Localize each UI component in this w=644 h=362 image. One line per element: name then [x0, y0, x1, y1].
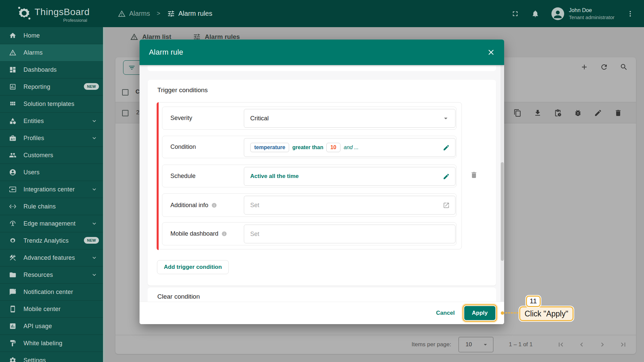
breadcrumb-alarms[interactable]: Alarms: [118, 10, 150, 18]
new-badge: NEW: [84, 237, 99, 244]
account-circle-icon: [9, 169, 16, 176]
arrow-drop-down-icon: [442, 114, 450, 122]
annotation-tooltip: Click "Apply": [519, 306, 574, 321]
condition-field[interactable]: temperature greater than 10 and ...: [244, 138, 455, 157]
condition-label: Condition: [170, 143, 196, 150]
chevron-down-icon[interactable]: [91, 135, 98, 141]
trigger-condition-group: Severity Critical Condition temperature …: [157, 102, 462, 249]
dialog-footer: Cancel Apply: [140, 302, 504, 324]
condition-value-chip: 10: [326, 143, 340, 152]
info-icon: [211, 202, 217, 208]
add-trigger-condition-button[interactable]: Add trigger condition: [157, 260, 229, 274]
mobile-dashboard-label: Mobile dashboard: [170, 230, 227, 237]
chevron-down-icon[interactable]: [91, 186, 98, 193]
sidebar-scrollbar[interactable]: [103, 27, 105, 362]
open-in-new-icon[interactable]: [443, 202, 450, 209]
dialog-scrollbar-thumb[interactable]: [501, 162, 504, 261]
trendz-gear-icon: [9, 237, 16, 244]
sidebar-item-customers[interactable]: Customers: [0, 147, 103, 164]
breadcrumb: Alarms > Alarm rules: [118, 10, 212, 18]
sidebar-item-settings[interactable]: Settings: [0, 352, 103, 362]
format-paint-icon: [9, 340, 16, 347]
settings-gear-icon: [9, 357, 16, 362]
sidebar-item-rule-chains[interactable]: Rule chains: [0, 198, 103, 215]
sidebar-item-profiles[interactable]: Profiles: [0, 130, 103, 147]
delete-condition-trash-icon[interactable]: [470, 171, 478, 179]
more-vert-icon[interactable]: [627, 10, 634, 17]
edit-pencil-icon[interactable]: [443, 144, 450, 151]
condition-row: Condition temperature greater than 10 an…: [162, 136, 457, 158]
sidebar-item-resources[interactable]: Resources: [0, 266, 103, 284]
chevron-down-icon[interactable]: [91, 220, 98, 227]
info-icon: [221, 231, 227, 237]
breadcrumb-alarm-rules[interactable]: Alarm rules: [167, 10, 212, 18]
apply-button[interactable]: Apply: [464, 306, 495, 320]
sidebar-item-integrations-center[interactable]: Integrations center: [0, 181, 103, 198]
dialog-title: Alarm rule: [149, 48, 183, 57]
sidebar-item-api-usage[interactable]: API usage: [0, 318, 103, 335]
dialog-body: Trigger conditions Severity Critical Con…: [140, 65, 504, 302]
thingsboard-app: ThingsBoard Professional Alarms > Alarm …: [0, 0, 644, 362]
breadcrumb-separator: >: [157, 10, 160, 17]
trigger-conditions-card: Trigger conditions Severity Critical Con…: [148, 80, 496, 286]
brand-name: ThingsBoard: [35, 7, 90, 17]
input-icon: [9, 186, 16, 193]
topbar-actions: John Doe Tenant administrator: [511, 7, 634, 20]
user-avatar[interactable]: [551, 7, 564, 20]
brand-edition: Professional: [35, 18, 87, 23]
condition-more: and ...: [344, 144, 359, 150]
new-badge: NEW: [84, 83, 99, 90]
schedule-label: Schedule: [170, 173, 196, 180]
brand-logo[interactable]: ThingsBoard Professional: [0, 0, 103, 27]
sidebar-item-solution-templates[interactable]: Solution templates: [0, 96, 103, 113]
chat-unread-icon: [9, 288, 16, 296]
dashboard-icon: [9, 66, 16, 73]
warning-icon: [118, 10, 126, 18]
fullscreen-icon[interactable]: [511, 10, 519, 18]
dialog-scrollbar[interactable]: [500, 65, 504, 302]
smartphone-icon: [9, 305, 16, 313]
sidebar-item-mobile-center[interactable]: Mobile center: [0, 301, 103, 318]
sidebar-item-notification-center[interactable]: Notification center: [0, 284, 103, 301]
sidebar-item-advanced-features[interactable]: Advanced features: [0, 249, 103, 266]
additional-info-row: Additional info Set: [162, 193, 457, 217]
dialog-header: Alarm rule: [140, 40, 504, 65]
top-header-bar: ThingsBoard Professional Alarms > Alarm …: [0, 0, 644, 27]
notifications-bell-icon[interactable]: [531, 10, 539, 18]
chevron-down-icon[interactable]: [91, 254, 98, 261]
mobile-dashboard-field[interactable]: Set: [244, 225, 455, 243]
sidebar-item-reporting[interactable]: Reporting NEW: [0, 78, 103, 96]
bar-chart-box-icon: [9, 322, 16, 330]
warning-icon: [9, 49, 16, 56]
cancel-button[interactable]: Cancel: [430, 306, 461, 320]
chevron-down-icon[interactable]: [91, 272, 98, 278]
condition-operator: greater than: [292, 144, 323, 150]
sidebar-item-trendz-analytics[interactable]: Trendz Analytics NEW: [0, 232, 103, 249]
breadcrumb-page-label: Alarm rules: [178, 10, 212, 17]
tune-icon: [167, 10, 175, 18]
sidebar-item-edge-management[interactable]: Edge management: [0, 215, 103, 232]
sidebar-item-white-labeling[interactable]: White labeling: [0, 335, 103, 352]
alarm-rule-dialog: Alarm rule Trigger conditions Severity C…: [140, 40, 504, 324]
chevron-down-icon[interactable]: [91, 118, 98, 124]
severity-select[interactable]: Critical: [244, 109, 455, 128]
edit-pencil-icon[interactable]: [443, 173, 450, 180]
close-icon[interactable]: [487, 48, 495, 57]
sidebar-item-users[interactable]: Users: [0, 164, 103, 181]
severity-row: Severity Critical: [162, 107, 457, 130]
previous-section-card: [148, 66, 496, 71]
additional-info-label: Additional info: [170, 202, 217, 209]
sidebar-item-alarms[interactable]: Alarms: [0, 44, 103, 61]
user-name: John Doe: [569, 7, 614, 13]
user-info[interactable]: John Doe Tenant administrator: [569, 7, 614, 20]
user-role: Tenant administrator: [569, 14, 614, 20]
thingsboard-logo-icon: [16, 5, 32, 21]
ethernet-code-icon: [9, 203, 16, 210]
sidebar-item-home[interactable]: Home: [0, 27, 103, 44]
additional-info-field[interactable]: Set: [244, 196, 455, 215]
sidebar-item-dashboards[interactable]: Dashboards: [0, 61, 103, 78]
badge-icon: [9, 134, 16, 142]
schedule-field[interactable]: Active all the time: [244, 167, 455, 186]
sidebar-item-entities[interactable]: Entities: [0, 113, 103, 130]
antenna-icon: [9, 220, 16, 227]
